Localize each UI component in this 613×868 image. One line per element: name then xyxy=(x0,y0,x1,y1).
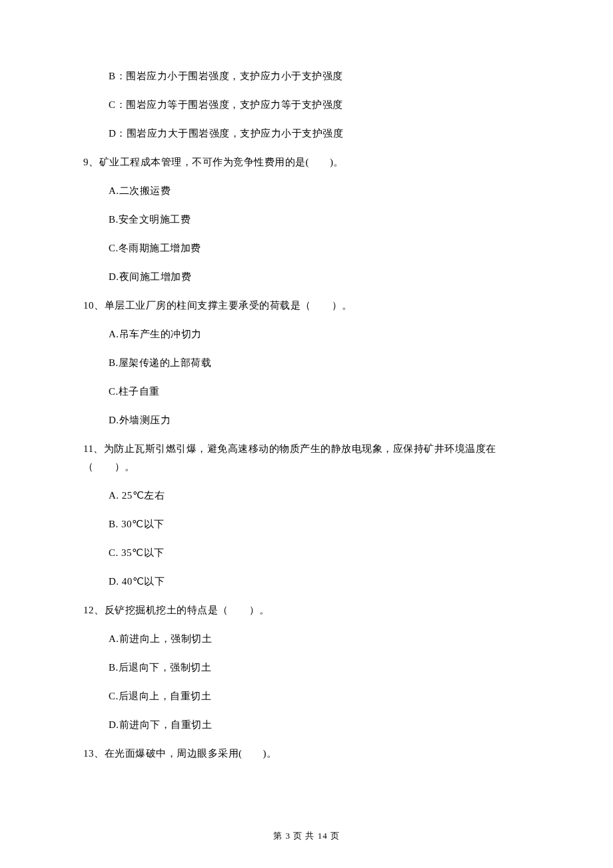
q9-option-b: B.安全文明施工费 xyxy=(109,215,530,225)
q12-option-b: B.后退向下，强制切土 xyxy=(109,663,530,673)
document-page: B：围岩应力小于围岩强度，支护应力小于支护强度 C：围岩应力等于围岩强度，支护应… xyxy=(0,0,613,868)
q11-option-b: B. 30℃以下 xyxy=(109,519,530,529)
q10-option-c: C.柱子自重 xyxy=(109,387,530,397)
option-c: C：围岩应力等于围岩强度，支护应力等于支护强度 xyxy=(109,100,530,110)
q12-option-d: D.前进向下，自重切土 xyxy=(109,720,530,730)
q9-option-c: C.冬雨期施工增加费 xyxy=(109,243,530,253)
q11-option-c: C. 35℃以下 xyxy=(109,548,530,558)
q12-option-a: A.前进向上，强制切土 xyxy=(109,634,530,644)
question-13: 13、在光面爆破中，周边眼多采用( )。 xyxy=(83,749,530,759)
q11-option-a: A. 25℃左右 xyxy=(109,491,530,501)
question-9: 9、矿业工程成本管理，不可作为竞争性费用的是( )。 xyxy=(83,157,530,167)
question-11-line2: （ ）。 xyxy=(83,462,530,472)
option-b: B：围岩应力小于围岩强度，支护应力小于支护强度 xyxy=(109,71,530,81)
question-12: 12、反铲挖掘机挖土的特点是（ ）。 xyxy=(83,605,530,615)
question-10: 10、单层工业厂房的柱间支撑主要承受的荷载是（ ）。 xyxy=(83,301,530,311)
page-footer: 第 3 页 共 14 页 xyxy=(0,831,613,840)
q10-option-d: D.外墙测压力 xyxy=(109,415,530,425)
q11-option-d: D. 40℃以下 xyxy=(109,577,530,587)
question-11-line1: 11、为防止瓦斯引燃引爆，避免高速移动的物质产生的静放电现象，应保持矿井环境温度… xyxy=(83,444,530,454)
q10-option-b: B.屋架传递的上部荷载 xyxy=(109,358,530,368)
q10-option-a: A.吊车产生的冲切力 xyxy=(109,329,530,339)
q12-option-c: C.后退向上，自重切土 xyxy=(109,691,530,701)
q9-option-d: D.夜间施工增加费 xyxy=(109,272,530,282)
q9-option-a: A.二次搬运费 xyxy=(109,186,530,196)
option-d: D：围岩应力大于围岩强度，支护应力小于支护强度 xyxy=(109,129,530,139)
